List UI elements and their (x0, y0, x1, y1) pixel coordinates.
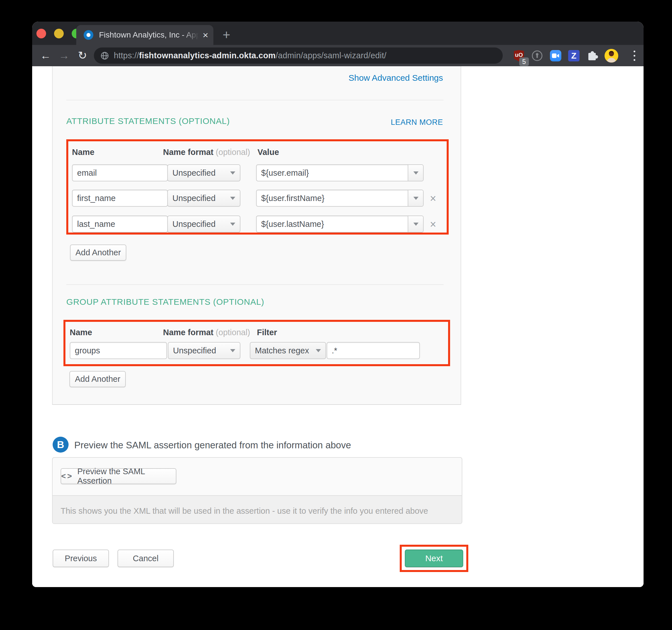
okta-favicon-icon (83, 30, 93, 40)
step-b-badge: B (53, 437, 69, 453)
close-window-button[interactable] (37, 29, 46, 39)
column-header-optional-label: (optional) (216, 328, 250, 337)
preview-note: This shows you the XML that will be used… (61, 506, 428, 516)
chevron-down-icon (230, 349, 235, 352)
column-header-name: Name (70, 328, 92, 337)
attr-name-input[interactable]: first_name (72, 190, 168, 207)
column-header-name-format: Name format (optional) (163, 148, 250, 157)
attr-format-select[interactable]: Unspecified (167, 216, 240, 232)
preview-saml-assertion-label: Preview the SAML Assertion (77, 467, 176, 485)
onepassword-extension-icon[interactable] (531, 50, 543, 61)
url-scheme: https:// (114, 51, 139, 60)
attr-value-text: ${user.firstName} (257, 194, 408, 203)
group-name-input[interactable]: groups (70, 342, 167, 359)
chevron-down-icon (413, 223, 418, 226)
column-header-optional-label: (optional) (216, 148, 250, 157)
zoom-extension-icon[interactable] (550, 50, 561, 61)
attr-name-input[interactable]: email (72, 164, 168, 181)
browser-tab[interactable]: Fishtown Analytics, Inc - Applic × (76, 25, 213, 45)
column-header-name-format: Name format (optional) (163, 328, 250, 337)
url-text: https://fishtownanalytics-admin.okta.com… (114, 51, 386, 60)
cancel-button[interactable]: Cancel (118, 550, 174, 567)
video-camera-icon (552, 53, 559, 58)
attr-value-text: ${user.email} (257, 168, 408, 178)
url-bar[interactable]: https://fishtownanalytics-admin.okta.com… (94, 48, 503, 64)
tab-strip: Fishtown Analytics, Inc - Applic × + (32, 22, 644, 45)
column-header-name-format-label: Name format (163, 328, 213, 337)
url-path: /admin/apps/saml-wizard/edit/ (276, 51, 386, 60)
attr-value-dropdown-button[interactable] (408, 216, 423, 232)
attr-format-value: Unspecified (172, 168, 216, 178)
chevron-down-icon (230, 197, 235, 200)
z-extension-icon[interactable]: Z (568, 50, 579, 61)
group-attribute-statements-title: GROUP ATTRIBUTE STATEMENTS (OPTIONAL) (66, 297, 264, 307)
chevron-down-icon (230, 171, 235, 175)
column-header-name: Name (72, 148, 94, 157)
attr-value-combo[interactable]: ${user.firstName} (256, 190, 424, 207)
divider (66, 100, 443, 100)
minimize-window-button[interactable] (54, 29, 64, 39)
group-format-value: Unspecified (173, 346, 216, 355)
chevron-down-icon (230, 223, 235, 226)
previous-button[interactable]: Previous (53, 550, 109, 567)
tab-title: Fishtown Analytics, Inc - Applic (99, 30, 201, 40)
attr-format-select[interactable]: Unspecified (167, 190, 240, 207)
divider (66, 284, 443, 285)
preview-saml-assertion-button[interactable]: <> Preview the SAML Assertion (61, 468, 176, 484)
browser-menu-icon[interactable] (629, 50, 640, 61)
column-header-filter: Filter (257, 328, 277, 337)
forward-icon[interactable]: → (57, 49, 71, 62)
chevron-down-icon (316, 349, 321, 352)
page-content: Show Advanced Settings ATTRIBUTE STATEME… (32, 66, 644, 587)
profile-avatar[interactable] (605, 49, 618, 62)
show-advanced-settings-link[interactable]: Show Advanced Settings (66, 73, 443, 83)
remove-row-icon[interactable]: × (430, 219, 436, 230)
window-controls (37, 29, 81, 39)
column-header-name-format-label: Name format (163, 148, 213, 157)
group-filter-type-select[interactable]: Matches regex (250, 342, 326, 359)
attr-value-text: ${user.lastName} (257, 220, 408, 229)
attr-format-value: Unspecified (172, 220, 216, 229)
ublock-badge: 5 (519, 57, 529, 66)
chevron-down-icon (413, 171, 418, 175)
add-another-button[interactable]: Add Another (70, 245, 126, 261)
globe-icon (100, 51, 109, 60)
attr-name-input[interactable]: last_name (72, 216, 168, 232)
new-tab-button[interactable]: + (220, 28, 233, 42)
remove-row-icon[interactable]: × (430, 193, 436, 204)
learn-more-link[interactable]: LEARN MORE (66, 118, 443, 127)
tab-close-icon[interactable]: × (202, 30, 208, 40)
attr-format-select[interactable]: Unspecified (167, 164, 240, 181)
group-filter-type-value: Matches regex (255, 346, 309, 355)
attr-value-dropdown-button[interactable] (408, 165, 423, 181)
browser-window: Fishtown Analytics, Inc - Applic × + ← →… (32, 22, 644, 587)
group-filter-value-input[interactable]: .* (327, 342, 420, 359)
extensions-puzzle-icon[interactable] (587, 50, 598, 61)
code-brackets-icon: <> (61, 472, 73, 481)
back-icon[interactable]: ← (39, 49, 52, 62)
step-b-title: Preview the SAML assertion generated fro… (74, 440, 351, 451)
attr-value-combo[interactable]: ${user.email} (256, 164, 424, 181)
screenshot-canvas: Fishtown Analytics, Inc - Applic × + ← →… (0, 0, 672, 630)
attr-value-dropdown-button[interactable] (408, 190, 423, 206)
attr-value-combo[interactable]: ${user.lastName} (256, 216, 424, 232)
chevron-down-icon (413, 197, 418, 200)
column-header-value: Value (258, 148, 279, 157)
add-another-button[interactable]: Add Another (69, 371, 126, 387)
reload-icon[interactable]: ↻ (76, 49, 89, 62)
browser-toolbar: ← → ↻ https://fishtownanalytics-admin.ok… (32, 45, 644, 66)
url-host: fishtownanalytics-admin.okta.com (139, 51, 276, 60)
next-button[interactable]: Next (405, 550, 463, 567)
attr-format-value: Unspecified (172, 194, 216, 203)
group-format-select[interactable]: Unspecified (168, 342, 240, 359)
